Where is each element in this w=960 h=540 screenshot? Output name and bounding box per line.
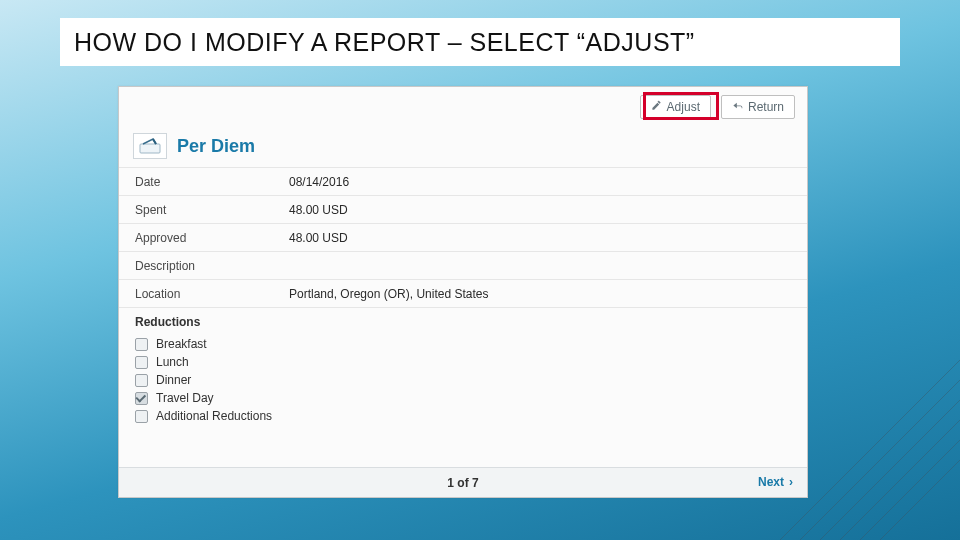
page-title: HOW DO I MODIFY A REPORT – SELECT “ADJUS… [60, 18, 900, 66]
value-spent: 48.00 USD [289, 198, 348, 222]
chk-dinner[interactable]: Dinner [135, 371, 791, 389]
row-location: Location Portland, Oregon (OR), United S… [119, 280, 807, 308]
checkbox-icon [135, 338, 148, 351]
chk-label: Travel Day [156, 389, 214, 407]
checkbox-icon [135, 410, 148, 423]
section-header: Per Diem [119, 127, 807, 168]
chk-travel-day[interactable]: Travel Day [135, 389, 791, 407]
value-approved: 48.00 USD [289, 226, 348, 250]
label-date: Date [119, 170, 289, 194]
row-date: Date 08/14/2016 [119, 168, 807, 196]
pencil-icon [651, 100, 662, 114]
pager-text: 1 of 7 [447, 476, 478, 490]
chk-label: Breakfast [156, 335, 207, 353]
svg-line-6 [860, 440, 960, 540]
checkbox-icon [135, 374, 148, 387]
next-label: Next [758, 475, 784, 489]
slide: HOW DO I MODIFY A REPORT – SELECT “ADJUS… [0, 0, 960, 540]
adjust-button[interactable]: Adjust [640, 95, 711, 119]
label-spent: Spent [119, 198, 289, 222]
return-button-label: Return [748, 100, 784, 114]
page-title-text: HOW DO I MODIFY A REPORT – SELECT “ADJUS… [74, 28, 695, 57]
value-location: Portland, Oregon (OR), United States [289, 282, 488, 306]
row-description: Description [119, 252, 807, 280]
svg-line-4 [820, 400, 960, 540]
checkbox-icon [135, 392, 148, 405]
svg-line-5 [840, 420, 960, 540]
section-title: Per Diem [177, 136, 255, 157]
return-button[interactable]: Return [721, 95, 795, 119]
report-panel: Adjust Return Per Diem Date [118, 86, 808, 498]
per-diem-icon [133, 133, 167, 159]
toolbar: Adjust Return [119, 87, 807, 127]
chevron-right-icon: › [789, 475, 793, 489]
chk-breakfast[interactable]: Breakfast [135, 335, 791, 353]
reductions-header: Reductions [119, 308, 807, 333]
row-approved: Approved 48.00 USD [119, 224, 807, 252]
label-location: Location [119, 282, 289, 306]
chk-lunch[interactable]: Lunch [135, 353, 791, 371]
checkbox-icon [135, 356, 148, 369]
svg-rect-0 [140, 144, 160, 153]
field-rows: Date 08/14/2016 Spent 48.00 USD Approved… [119, 168, 807, 308]
adjust-button-label: Adjust [667, 100, 700, 114]
next-button[interactable]: Next › [758, 475, 793, 489]
chk-label: Dinner [156, 371, 191, 389]
label-approved: Approved [119, 226, 289, 250]
label-description: Description [119, 254, 289, 278]
chk-label: Lunch [156, 353, 189, 371]
return-arrow-icon [732, 100, 743, 114]
value-date: 08/14/2016 [289, 170, 349, 194]
row-spent: Spent 48.00 USD [119, 196, 807, 224]
svg-line-3 [800, 380, 960, 540]
reductions-list: Breakfast Lunch Dinner Travel Day Additi… [119, 333, 807, 435]
chk-label: Additional Reductions [156, 407, 272, 425]
chk-additional-reductions[interactable]: Additional Reductions [135, 407, 791, 425]
pager: 1 of 7 Next › [119, 467, 807, 497]
